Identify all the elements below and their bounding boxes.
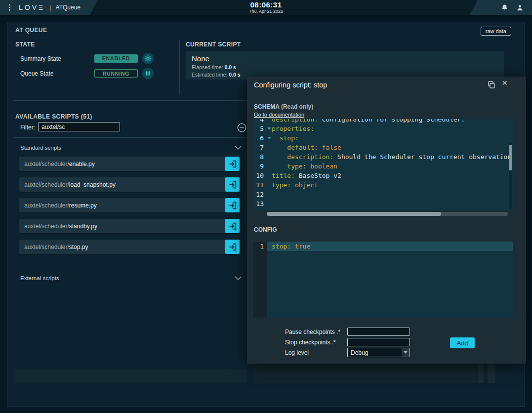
schema-vertical-scrollbar[interactable]	[509, 143, 512, 209]
external-scripts-toggle[interactable]	[235, 276, 242, 281]
gear-icon	[144, 55, 152, 62]
launch-script-button[interactable]	[225, 240, 240, 254]
script-path: auxtel/scheduler/stop.py	[19, 244, 225, 250]
clock-date: Thu, Apr 21 2022	[249, 9, 283, 14]
standard-scripts-toggle[interactable]	[235, 146, 242, 150]
standard-scripts-label: Standard scripts	[20, 145, 61, 151]
notifications-bell-icon[interactable]	[501, 4, 508, 11]
section-divider	[14, 137, 248, 138]
available-scripts-heading: AVAILABLE SCRIPTS (51)	[15, 113, 92, 120]
queue-state-label: Queue State	[20, 70, 94, 77]
menu-icon[interactable]: ⋮	[5, 3, 14, 12]
script-path: auxtel/scheduler/enable.py	[19, 161, 225, 167]
log-level-row: Log level Debug	[247, 348, 526, 357]
clock: 08:06:31 Thu, Apr 21 2022	[249, 1, 283, 14]
line-number: 13	[253, 199, 267, 208]
launch-script-button[interactable]	[225, 198, 240, 212]
code-text: stop:	[272, 133, 513, 143]
fold-gutter	[267, 119, 272, 124]
fold-gutter	[267, 190, 272, 199]
line-number: 8	[253, 152, 267, 162]
top-bar: ⋮ LOVΞ | ATQueue 08:06:31 Thu, Apr 21 20…	[0, 0, 532, 15]
script-row: auxtel/scheduler/enable.py	[19, 157, 240, 171]
script-path: auxtel/scheduler/standby.py	[19, 223, 225, 230]
script-row: auxtel/scheduler/resume.py	[19, 198, 240, 212]
line-number: 5	[253, 124, 267, 133]
launch-script-icon	[229, 222, 237, 230]
user-account-icon[interactable]	[516, 4, 524, 11]
line-number: 11	[253, 180, 267, 190]
close-icon[interactable]: ×	[502, 78, 507, 88]
log-level-select[interactable]: Debug	[347, 348, 410, 357]
atqueue-screen: ⋮ LOVΞ | ATQueue 08:06:31 Thu, Apr 21 20…	[0, 0, 532, 413]
code-line: 12	[253, 190, 513, 199]
line-number: 10	[253, 171, 267, 180]
line-number: 12	[253, 190, 267, 199]
pause-queue-button[interactable]	[142, 68, 154, 79]
line-number: 4	[253, 119, 267, 124]
config-heading: CONFIG	[254, 226, 277, 233]
code-line: 9 type: boolean	[253, 162, 513, 171]
background-panel	[15, 369, 246, 383]
fold-gutter	[267, 242, 272, 251]
scrollbar-thumb[interactable]	[267, 212, 441, 216]
pause-checkpoints-input[interactable]	[347, 328, 410, 336]
summary-state-gear-button[interactable]	[142, 53, 154, 64]
current-script-heading: CURRENT SCRIPT	[186, 41, 241, 48]
launch-script-button[interactable]	[225, 219, 240, 233]
clock-time: 08:06:31	[249, 1, 283, 9]
script-path: auxtel/scheduler/load_snapshot.py	[19, 181, 225, 188]
code-text: default: false	[272, 143, 513, 152]
elapsed-time-label: Elapsed time:	[192, 64, 223, 70]
raw-data-button[interactable]: raw data	[481, 27, 511, 36]
add-button[interactable]: Add	[450, 337, 475, 348]
minus-circle-icon	[237, 123, 246, 132]
launch-script-icon	[229, 181, 237, 189]
code-line: 5properties:	[253, 124, 513, 133]
queue-state-row: Queue State RUNNING	[20, 68, 154, 79]
queue-state-badge: RUNNING	[94, 69, 138, 78]
logo-separator: |	[49, 4, 51, 11]
code-line: 10title: BaseStop v2	[253, 171, 513, 180]
line-number: 6	[253, 133, 267, 143]
schema-editor[interactable]: 4description: Configuration for stopping…	[253, 119, 513, 210]
config-editor[interactable]: 1stop: true	[253, 242, 513, 318]
background-panel	[488, 361, 495, 383]
stop-checkpoints-input[interactable]	[347, 338, 410, 346]
code-line: 6 stop:	[253, 133, 513, 143]
launch-script-button[interactable]	[225, 177, 240, 192]
code-text: title: BaseStop v2	[272, 171, 513, 180]
script-row: auxtel/scheduler/load_snapshot.py	[19, 177, 240, 192]
documentation-link[interactable]: Go to documentation	[254, 112, 304, 118]
copy-button[interactable]	[488, 81, 495, 89]
schema-horizontal-scrollbar[interactable]	[267, 212, 508, 216]
configure-script-modal: Configuring script: stop × SCHEMA (Read …	[247, 77, 526, 364]
fold-gutter	[267, 199, 272, 208]
background-scrollbar[interactable]	[478, 361, 484, 383]
topbar-left-section: ⋮ LOVΞ | ATQueue	[0, 0, 98, 15]
state-current-divider	[179, 40, 180, 94]
launch-script-button[interactable]	[225, 157, 240, 171]
filter-input[interactable]	[38, 122, 120, 131]
summary-state-row: Summary State ENABLED	[20, 53, 154, 64]
app-title: ATQueue	[56, 4, 81, 11]
chevron-down-icon	[402, 348, 409, 357]
chevron-down-icon	[235, 146, 242, 150]
background-panel	[253, 360, 476, 383]
fold-marker-icon[interactable]	[267, 133, 272, 143]
code-text: properties:	[272, 124, 513, 133]
standard-scripts-list: auxtel/scheduler/enable.pyauxtel/schedul…	[19, 157, 240, 260]
estimated-time-value: 0.0 s	[229, 72, 240, 78]
copy-icon	[488, 81, 495, 89]
code-line: 13	[253, 199, 513, 208]
collapse-available-scripts-button[interactable]	[237, 123, 246, 132]
launch-script-icon	[229, 160, 237, 168]
line-number: 7	[253, 143, 267, 152]
fold-marker-icon[interactable]	[267, 124, 272, 133]
pause-icon	[145, 70, 151, 77]
elapsed-time-value: 0.0 s	[225, 64, 236, 70]
log-level-label: Log level	[285, 349, 347, 356]
scrollbar-thumb[interactable]	[509, 145, 512, 170]
summary-state-badge: ENABLED	[94, 54, 138, 63]
chevron-down-icon	[235, 276, 242, 281]
